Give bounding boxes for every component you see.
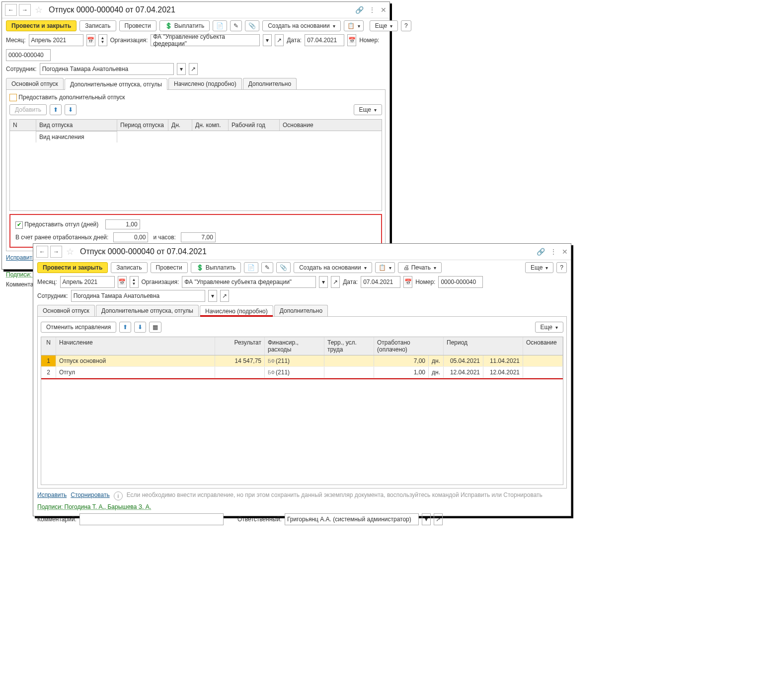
month-cal-icon[interactable]: 📅 xyxy=(118,276,127,288)
otgul-prev-days-input[interactable]: 0,00 xyxy=(113,232,148,242)
grid-body[interactable]: 1 Отпуск основной 14 547,75 БФ(211) 7,00… xyxy=(41,355,563,485)
post-and-close-button[interactable]: Провести и закрыть xyxy=(6,20,77,31)
grid-body[interactable]: Вид начисления xyxy=(10,131,382,210)
more-button[interactable]: Еще xyxy=(370,20,398,31)
table-row[interactable]: 2 Отгул БФ(211) 1,00 дн. 12.04.2021 12.0… xyxy=(41,367,563,378)
close-icon[interactable]: ✕ xyxy=(381,6,387,14)
responsible-input[interactable]: Григорьянц А.А. (системный администратор… xyxy=(285,513,419,525)
add-row-button[interactable]: Добавить xyxy=(9,104,47,115)
doc-icon-button[interactable]: 📄 xyxy=(244,262,258,273)
tab-main-vacation[interactable]: Основной отпуск xyxy=(6,78,64,89)
help-button[interactable]: ? xyxy=(401,20,411,31)
tab-additional[interactable]: Дополнительно xyxy=(243,78,297,89)
link-icon[interactable]: 🔗 xyxy=(537,248,545,256)
nav-back-button[interactable]: ← xyxy=(36,246,48,258)
org-input[interactable]: ФА "Управление субъекта федерации" xyxy=(151,34,260,46)
table-row[interactable]: 1 Отпуск основной 14 547,75 БФ(211) 7,00… xyxy=(41,355,563,367)
num-input[interactable]: 0000-000040 xyxy=(438,276,483,288)
attach-icon-button[interactable]: 📎 xyxy=(276,262,291,273)
menu-icon[interactable]: ⋮ xyxy=(369,6,376,14)
tab-accrued-detail[interactable]: Начислено (подробно) xyxy=(200,305,273,317)
post-button[interactable]: Провести xyxy=(151,262,188,273)
otgul-hours-label: и часов: xyxy=(153,234,175,241)
favorite-star-icon[interactable]: ☆ xyxy=(33,4,45,15)
print-button[interactable]: 🖨 Печать xyxy=(398,262,442,273)
month-spinner[interactable]: ▲▼ xyxy=(130,276,139,288)
move-up-button[interactable]: ⬆ xyxy=(50,104,62,115)
date-input[interactable]: 07.04.2021 xyxy=(305,34,344,46)
month-input[interactable]: Апрель 2021 xyxy=(60,276,115,288)
month-input[interactable]: Апрель 2021 xyxy=(29,34,83,46)
fix-link[interactable]: Исправить xyxy=(6,254,35,261)
copy-icon-button[interactable]: 📋 xyxy=(375,262,395,273)
tab-additional-vacation[interactable]: Дополнительные отпуска, отгулы xyxy=(65,78,167,90)
edit-icon-button[interactable]: ✎ xyxy=(230,20,242,31)
org-input[interactable]: ФА "Управление субъекта федерации" xyxy=(182,276,316,288)
favorite-star-icon[interactable]: ☆ xyxy=(64,246,76,257)
grid-more-button[interactable]: Еще xyxy=(354,104,382,115)
columns-button[interactable]: ▦ xyxy=(149,322,161,333)
save-button[interactable]: Записать xyxy=(79,20,116,31)
employee-open-icon[interactable]: ↗ xyxy=(189,63,198,75)
attach-icon-button[interactable]: 📎 xyxy=(245,20,259,31)
responsible-drop-icon[interactable]: ▾ xyxy=(422,513,431,525)
month-spinner[interactable]: ▲▼ xyxy=(98,34,107,46)
pay-button[interactable]: 💲Выплатить xyxy=(159,20,210,31)
col-territory: Терр., усл. труда xyxy=(324,337,374,355)
save-button[interactable]: Записать xyxy=(111,262,147,273)
help-button[interactable]: ? xyxy=(556,262,567,273)
org-open-icon[interactable]: ↗ xyxy=(275,34,284,46)
org-drop-icon[interactable]: ▾ xyxy=(263,34,272,46)
responsible-open-icon[interactable]: ↗ xyxy=(434,513,443,525)
storno-link[interactable]: Сторнировать xyxy=(71,491,109,498)
num-input[interactable]: 0000-000040 xyxy=(6,49,51,61)
otgul-days-input[interactable]: 1,00 xyxy=(105,219,140,229)
main-toolbar: Провести и закрыть Записать Провести 💲Вы… xyxy=(33,260,571,275)
tab-accrued-detail[interactable]: Начислено (подробно) xyxy=(168,78,242,89)
cell-name: Отгул xyxy=(56,367,215,378)
grid-more-button[interactable]: Еще xyxy=(535,322,563,333)
otgul-checkbox[interactable] xyxy=(15,221,23,229)
cancel-corrections-button[interactable]: Отменить исправления xyxy=(41,322,116,333)
comment-input[interactable] xyxy=(79,513,224,525)
employee-drop-icon[interactable]: ▾ xyxy=(177,63,186,75)
nav-fwd-button[interactable]: → xyxy=(19,4,31,16)
close-icon[interactable]: ✕ xyxy=(562,248,568,256)
nav-fwd-button[interactable]: → xyxy=(50,246,62,258)
tab-additional-vacation[interactable]: Дополнительные отпуска, отгулы xyxy=(96,305,199,316)
employee-drop-icon[interactable]: ▾ xyxy=(208,290,217,302)
menu-icon[interactable]: ⋮ xyxy=(550,248,557,256)
signatures-link[interactable]: Подписи: Погодина Т. А., Барышева З. А. xyxy=(37,503,151,510)
date-cal-icon[interactable]: 📅 xyxy=(347,34,356,46)
tab-main-vacation[interactable]: Основной отпуск xyxy=(37,305,95,316)
move-down-button[interactable]: ⬇ xyxy=(65,104,77,115)
window-vacation-addl-tab: ← → ☆ Отпуск 0000-000040 от 07.04.2021 🔗… xyxy=(1,1,390,270)
fix-link[interactable]: Исправить xyxy=(37,491,67,498)
post-and-close-button[interactable]: Провести и закрыть xyxy=(37,262,108,273)
otgul-hours-input[interactable]: 7,00 xyxy=(181,232,216,242)
tab-content: Предоставить дополнительный отпуск Добав… xyxy=(6,90,386,251)
employee-open-icon[interactable]: ↗ xyxy=(220,290,229,302)
create-from-button[interactable]: Создать на основании xyxy=(294,262,372,273)
org-open-icon[interactable]: ↗ xyxy=(331,276,340,288)
move-up-button[interactable]: ⬆ xyxy=(119,322,131,333)
org-drop-icon[interactable]: ▾ xyxy=(319,276,328,288)
date-cal-icon[interactable]: 📅 xyxy=(403,276,412,288)
edit-icon-button[interactable]: ✎ xyxy=(261,262,273,273)
addl-vacation-checkbox[interactable] xyxy=(9,94,17,101)
pay-button[interactable]: 💲Выплатить xyxy=(191,262,241,273)
more-button[interactable]: Еще xyxy=(525,262,553,273)
employee-input[interactable]: Погодина Тамара Анатольевна xyxy=(71,290,205,302)
copy-icon-button[interactable]: 📋 xyxy=(344,20,364,31)
tab-additional[interactable]: Дополнительно xyxy=(274,305,328,316)
doc-icon-button[interactable]: 📄 xyxy=(213,20,227,31)
nav-back-button[interactable]: ← xyxy=(5,4,17,16)
create-from-button[interactable]: Создать на основании xyxy=(262,20,341,31)
post-button[interactable]: Провести xyxy=(119,20,156,31)
move-down-button[interactable]: ⬇ xyxy=(134,322,146,333)
date-input[interactable]: 07.04.2021 xyxy=(361,276,400,288)
link-icon[interactable]: 🔗 xyxy=(355,6,364,14)
employee-input[interactable]: Погодина Тамара Анатольевна xyxy=(40,63,174,75)
month-cal-icon[interactable]: 📅 xyxy=(86,34,95,46)
col-calc-type: Вид начисления xyxy=(36,131,117,142)
